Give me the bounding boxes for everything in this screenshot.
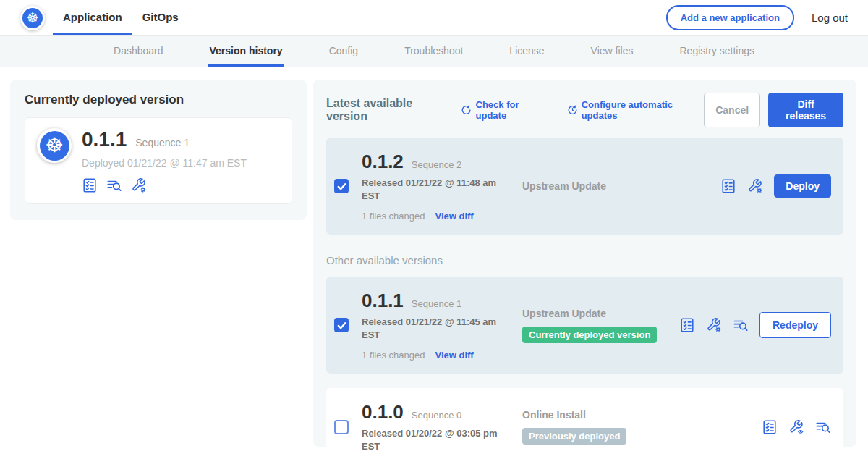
latest-available-title: Latest available version	[326, 97, 449, 123]
released-date: Released 01/21/22 @ 11:45 am EST	[362, 316, 506, 341]
version-number: 0.1.0	[362, 401, 404, 424]
top-nav: ☸ Application GitOps Add a new applicati…	[0, 0, 868, 36]
subnav-registry-settings[interactable]: Registry settings	[678, 36, 756, 67]
deployed-timestamp: Deployed 01/21/22 @ 11:47 am EST	[82, 157, 247, 169]
edit-config-icon[interactable]	[706, 317, 722, 333]
version-sequence: Sequence 0	[412, 410, 461, 421]
logout-link[interactable]: Log out	[812, 12, 848, 24]
tab-gitops[interactable]: GitOps	[132, 0, 189, 35]
configure-updates-label: Configure automatic updates	[582, 99, 705, 121]
version-sequence: Sequence 1	[412, 298, 461, 309]
check-for-update-label: Check for update	[476, 99, 548, 121]
version-row: 0.1.1 Sequence 1 Released 01/21/22 @ 11:…	[326, 277, 843, 374]
redeploy-button[interactable]: Redeploy	[760, 312, 831, 338]
cancel-button[interactable]: Cancel	[704, 93, 760, 127]
preflight-checks-icon[interactable]	[762, 419, 778, 435]
top-tabs: Application GitOps	[53, 0, 189, 35]
version-checkbox[interactable]	[334, 318, 349, 332]
files-changed: 1 files changed	[362, 211, 425, 222]
deploy-button[interactable]: Deploy	[774, 174, 831, 198]
app-sub-nav: Dashboard Version history Config Trouble…	[0, 36, 868, 67]
currently-deployed-card: Currently deployed version ☸ 0.1.1 Seque…	[10, 80, 307, 220]
released-date: Released 01/20/22 @ 03:05 pm EST	[362, 427, 506, 452]
version-number: 0.1.1	[362, 290, 404, 312]
deployed-version-number: 0.1.1	[82, 128, 127, 151]
configure-automatic-updates-link[interactable]: Configure automatic updates	[567, 99, 705, 121]
version-row: 0.1.0 Sequence 0 Released 01/20/22 @ 03:…	[326, 388, 843, 459]
view-logs-icon[interactable]	[106, 177, 122, 193]
version-checkbox[interactable]	[334, 420, 349, 434]
released-date: Released 01/21/22 @ 11:48 am EST	[362, 177, 506, 202]
view-logs-icon[interactable]	[733, 317, 749, 333]
version-row: 0.1.2 Sequence 2 Released 01/21/22 @ 11:…	[326, 138, 843, 235]
view-logs-icon[interactable]	[815, 419, 831, 435]
version-source: Upstream Update	[522, 308, 679, 319]
version-checkbox[interactable]	[334, 179, 349, 193]
tab-application[interactable]: Application	[53, 0, 132, 35]
files-changed: 1 files changed	[362, 350, 425, 361]
available-versions-card: Latest available version Check for updat…	[313, 80, 856, 447]
edit-config-icon[interactable]	[747, 178, 763, 194]
kubernetes-wheel-icon: ☸	[40, 131, 69, 161]
subnav-view-files[interactable]: View files	[590, 36, 635, 67]
add-new-application-button[interactable]: Add a new application	[666, 5, 794, 30]
version-sequence: Sequence 2	[412, 159, 461, 170]
view-diff-link[interactable]: View diff	[435, 350, 473, 361]
deployed-sequence: Sequence 1	[135, 137, 190, 148]
edit-config-icon[interactable]	[131, 177, 147, 193]
preflight-checks-icon[interactable]	[679, 317, 695, 333]
view-config-icon[interactable]	[788, 419, 804, 435]
kubernetes-logo[interactable]: ☸	[20, 6, 45, 30]
version-source: Upstream Update	[522, 180, 720, 192]
auto-update-clock-icon	[567, 104, 578, 116]
preflight-checks-icon[interactable]	[82, 177, 98, 193]
subnav-license[interactable]: License	[508, 36, 545, 67]
subnav-troubleshoot[interactable]: Troubleshoot	[403, 36, 464, 67]
subnav-config[interactable]: Config	[328, 36, 359, 67]
version-number: 0.1.2	[362, 151, 404, 173]
previously-deployed-badge: Previously deployed	[522, 428, 626, 445]
check-for-update-link[interactable]: Check for update	[461, 99, 548, 121]
other-versions-title: Other available versions	[326, 254, 843, 266]
subnav-dashboard[interactable]: Dashboard	[112, 36, 165, 67]
version-source: Online Install	[522, 409, 762, 421]
refresh-icon	[461, 104, 472, 116]
kubernetes-wheel-icon: ☸	[22, 8, 43, 28]
deployed-version-box: ☸ 0.1.1 Sequence 1 Deployed 01/21/22 @ 1…	[25, 117, 292, 204]
subnav-version-history[interactable]: Version history	[208, 36, 284, 67]
app-logo: ☸	[37, 128, 72, 163]
preflight-checks-icon[interactable]	[720, 178, 736, 194]
view-diff-link[interactable]: View diff	[435, 211, 473, 222]
currently-deployed-badge: Currently deployed version	[522, 327, 657, 343]
diff-releases-button[interactable]: Diff releases	[768, 93, 843, 127]
deployed-card-title: Currently deployed version	[25, 93, 292, 107]
